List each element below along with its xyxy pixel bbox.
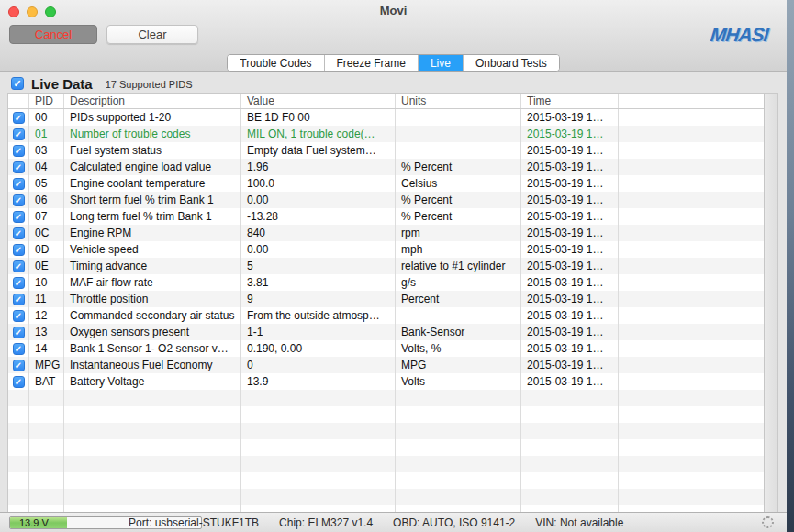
- row-checkbox[interactable]: ✓: [13, 227, 25, 239]
- table-row: [8, 423, 777, 439]
- cell-time: 2015-03-19 1…: [521, 258, 619, 274]
- header-units[interactable]: Units: [396, 94, 521, 108]
- cell-units: rpm: [396, 225, 521, 241]
- row-checkbox[interactable]: ✓: [13, 161, 25, 173]
- table-row: [8, 472, 777, 489]
- table-row[interactable]: ✓ 01 Number of trouble codes MIL ON, 1 t…: [8, 126, 777, 142]
- live-data-title: Live Data: [31, 76, 93, 92]
- cell-pid: 13: [29, 324, 64, 340]
- cell-time: 2015-03-19 1…: [521, 208, 619, 225]
- cell-units: % Percent: [396, 192, 521, 208]
- table-row[interactable]: ✓ 00 PIDs supported 1-20 BE 1D F0 00 201…: [8, 109, 777, 126]
- vertical-scrollbar[interactable]: [764, 94, 777, 512]
- battery-voltage-label: 13.9 V: [19, 517, 49, 529]
- table-row[interactable]: ✓ 10 MAF air flow rate 3.81 g/s 2015-03-…: [8, 274, 777, 291]
- cell-time: 2015-03-19 1…: [521, 142, 619, 159]
- row-checkbox[interactable]: ✓: [13, 145, 25, 157]
- row-checkbox[interactable]: ✓: [13, 360, 25, 371]
- cell-extra: [619, 340, 777, 357]
- cell-description: Long term fuel % trim Bank 1: [64, 208, 241, 225]
- header-value[interactable]: Value: [241, 94, 396, 108]
- cell-units: [396, 109, 521, 126]
- tab-onboard-tests[interactable]: Onboard Tests: [464, 55, 559, 71]
- row-checkbox[interactable]: ✓: [13, 277, 25, 289]
- table-row[interactable]: ✓ 05 Engine coolant temperature 100.0 Ce…: [8, 175, 777, 192]
- app-window: Movi Cancel Clear MHASI Trouble Codes Fr…: [0, 0, 787, 532]
- cell-pid: 03: [29, 142, 64, 159]
- cell-pid: MPG: [29, 357, 64, 373]
- row-checkbox[interactable]: ✓: [13, 211, 25, 223]
- table-row[interactable]: ✓ 07 Long term fuel % trim Bank 1 -13.28…: [8, 208, 777, 225]
- table-row[interactable]: ✓ 12 Commanded secondary air status From…: [8, 307, 777, 324]
- row-checkbox[interactable]: ✓: [13, 310, 25, 322]
- segmented-control: Trouble Codes Freeze Frame Live Onboard …: [227, 54, 559, 72]
- table-row[interactable]: ✓ BAT Battery Voltage 13.9 Volts 2015-03…: [8, 373, 777, 390]
- header-pid[interactable]: PID: [29, 94, 64, 108]
- cell-time: 2015-03-19 1…: [521, 241, 619, 258]
- header-description[interactable]: Description: [64, 94, 241, 108]
- status-port: Port: usbserial-STUKF1TB: [129, 516, 259, 529]
- cell-extra: [619, 373, 777, 390]
- row-checkbox[interactable]: ✓: [13, 112, 25, 124]
- cell-description: Fuel system status: [64, 142, 241, 159]
- cell-units: Percent: [396, 291, 521, 307]
- row-checkbox[interactable]: ✓: [13, 327, 25, 338]
- table-row[interactable]: ✓ 14 Bank 1 Sensor 1- O2 sensor v… 0.190…: [8, 340, 777, 357]
- tab-live[interactable]: Live: [419, 55, 464, 71]
- row-checkbox[interactable]: ✓: [13, 343, 25, 355]
- header-time[interactable]: Time: [521, 94, 619, 108]
- table-row[interactable]: ✓ 13 Oxygen sensors present 1-1 Bank-Sen…: [8, 324, 777, 340]
- row-checkbox[interactable]: ✓: [13, 260, 25, 272]
- cell-time: 2015-03-19 1…: [521, 192, 619, 208]
- cell-description: Engine RPM: [64, 225, 241, 241]
- row-checkbox[interactable]: ✓: [13, 376, 25, 388]
- cell-units: MPG: [396, 357, 521, 373]
- cancel-button[interactable]: Cancel: [9, 25, 97, 44]
- cell-value: Empty data Fuel system…: [241, 142, 396, 159]
- header-extra-col: [619, 94, 777, 108]
- table-row[interactable]: ✓ 0C Engine RPM 840 rpm 2015-03-19 1…: [8, 225, 777, 241]
- cell-description: [64, 472, 241, 489]
- clear-button[interactable]: Clear: [106, 25, 198, 44]
- row-checkbox[interactable]: ✓: [13, 178, 25, 190]
- status-obd: OBD: AUTO, ISO 9141-2: [393, 516, 515, 529]
- cell-pid: [29, 390, 64, 406]
- cell-units: mph: [396, 241, 521, 258]
- cell-description: Commanded secondary air status: [64, 307, 241, 324]
- cell-extra: [619, 159, 777, 175]
- live-data-checkbox[interactable]: ✓: [11, 77, 24, 90]
- cell-pid: [29, 423, 64, 439]
- row-checkbox[interactable]: ✓: [13, 294, 25, 305]
- cell-description: Calculated engine load value: [64, 159, 241, 175]
- cell-value: 1-1: [241, 324, 396, 340]
- cell-description: Bank 1 Sensor 1- O2 sensor v…: [64, 340, 241, 357]
- tab-trouble-codes[interactable]: Trouble Codes: [228, 55, 324, 71]
- brand-logo: MHASI: [710, 24, 769, 46]
- cell-extra: [619, 225, 777, 241]
- cell-pid: 10: [29, 274, 64, 291]
- table-row[interactable]: ✓ 06 Short term fuel % trim Bank 1 0.00 …: [8, 192, 777, 208]
- table-row[interactable]: ✓ 0D Vehicle speed 0.00 mph 2015-03-19 1…: [8, 241, 777, 258]
- row-checkbox[interactable]: ✓: [13, 194, 25, 206]
- cell-value: [241, 472, 396, 489]
- cell-units: [396, 406, 521, 423]
- cell-value: [241, 406, 396, 423]
- cell-time: [521, 489, 619, 505]
- cell-description: Instantaneous Fuel Economy: [64, 357, 241, 373]
- table-row[interactable]: ✓ 0E Timing advance 5 relative to #1 cyl…: [8, 258, 777, 274]
- table-row[interactable]: ✓ 03 Fuel system status Empty data Fuel …: [8, 142, 777, 159]
- cell-extra: [619, 192, 777, 208]
- cell-time: [521, 406, 619, 423]
- cell-units: % Percent: [396, 208, 521, 225]
- titlebar[interactable]: Movi: [0, 0, 787, 20]
- cell-pid: 11: [29, 291, 64, 307]
- cell-description: Oxygen sensors present: [64, 324, 241, 340]
- cell-units: relative to #1 cylinder: [396, 258, 521, 274]
- tab-freeze-frame[interactable]: Freeze Frame: [325, 55, 419, 71]
- cell-value: -13.28: [241, 208, 396, 225]
- table-row[interactable]: ✓ 11 Throttle position 9 Percent 2015-03…: [8, 291, 777, 307]
- table-row[interactable]: ✓ 04 Calculated engine load value 1.96 %…: [8, 159, 777, 175]
- table-row[interactable]: ✓ MPG Instantaneous Fuel Economy 0 MPG 2…: [8, 357, 777, 373]
- row-checkbox[interactable]: ✓: [13, 244, 25, 256]
- row-checkbox[interactable]: ✓: [13, 128, 25, 140]
